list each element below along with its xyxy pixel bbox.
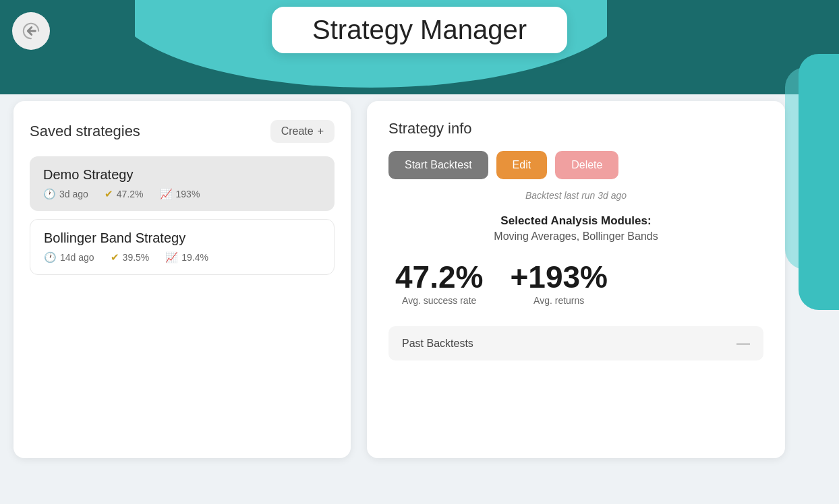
strategy-meta-bollinger: 🕐 14d ago ✔ 39.5% 📈 19.4%	[44, 251, 320, 263]
strategy-info-title: Strategy info	[388, 120, 763, 137]
saved-strategies-panel: Saved strategies Create + Demo Strategy …	[13, 101, 351, 458]
check-icon-demo: ✔	[105, 188, 113, 200]
stats-row: 47.2% Avg. success rate +193% Avg. retur…	[388, 261, 763, 306]
analysis-modules-section: Selected Analysis Modules: Moving Averag…	[388, 214, 763, 243]
right-accent-decoration	[799, 54, 839, 310]
strategy-returns-demo: 📈 193%	[160, 188, 200, 200]
strategy-age-demo: 🕐 3d ago	[43, 188, 88, 200]
check-icon-bollinger: ✔	[111, 251, 119, 263]
backtest-last-run-text: Backtest last run 3d ago	[388, 190, 763, 201]
analysis-modules-value: Moving Averages, Bollinger Bands	[388, 230, 763, 243]
strategy-name-demo: Demo Strategy	[43, 167, 321, 183]
back-button[interactable]	[12, 12, 50, 50]
strategy-item-bollinger[interactable]: Bollinger Band Strategy 🕐 14d ago ✔ 39.5…	[30, 219, 335, 275]
page-title-box: Strategy Manager	[272, 7, 567, 53]
strategy-item-demo[interactable]: Demo Strategy 🕐 3d ago ✔ 47.2% 📈 193%	[30, 156, 335, 211]
stat-success-value: 47.2%	[395, 261, 483, 292]
edit-strategy-button[interactable]: Edit	[496, 151, 548, 179]
analysis-modules-label: Selected Analysis Modules:	[388, 214, 763, 228]
delete-strategy-button[interactable]: Delete	[555, 151, 618, 179]
strategy-success-bollinger: ✔ 39.5%	[111, 251, 150, 263]
create-button-label: Create	[281, 125, 314, 137]
page-title: Strategy Manager	[312, 15, 527, 45]
strategy-info-panel: Strategy info Start Backtest Edit Delete…	[367, 101, 785, 458]
stat-returns-value: +193%	[510, 261, 608, 292]
stat-success-rate: 47.2% Avg. success rate	[395, 261, 483, 306]
strategy-name-bollinger: Bollinger Band Strategy	[44, 230, 320, 246]
strategy-meta-demo: 🕐 3d ago ✔ 47.2% 📈 193%	[43, 188, 321, 200]
strategy-age-bollinger: 🕐 14d ago	[44, 251, 94, 263]
strategy-returns-bollinger: 📈 19.4%	[165, 251, 208, 263]
start-backtest-button[interactable]: Start Backtest	[388, 151, 488, 179]
main-content: Saved strategies Create + Demo Strategy …	[13, 101, 785, 458]
create-plus-icon: +	[318, 125, 324, 137]
clock-icon-bollinger: 🕐	[44, 251, 57, 263]
left-panel-header: Saved strategies Create +	[30, 120, 335, 143]
create-strategy-button[interactable]: Create +	[270, 120, 335, 143]
action-buttons-group: Start Backtest Edit Delete	[388, 151, 763, 179]
strategy-success-demo: ✔ 47.2%	[105, 188, 144, 200]
chart-icon-bollinger: 📈	[165, 251, 178, 263]
stat-avg-returns: +193% Avg. returns	[510, 261, 608, 306]
collapse-icon[interactable]: —	[736, 336, 750, 351]
chart-icon-demo: 📈	[160, 188, 173, 200]
past-backtests-label: Past Backtests	[402, 338, 473, 350]
clock-icon-demo: 🕐	[43, 188, 56, 200]
past-backtests-bar[interactable]: Past Backtests —	[388, 326, 763, 360]
stat-returns-label: Avg. returns	[510, 295, 608, 306]
stat-success-label: Avg. success rate	[395, 295, 483, 306]
saved-strategies-title: Saved strategies	[30, 123, 140, 140]
